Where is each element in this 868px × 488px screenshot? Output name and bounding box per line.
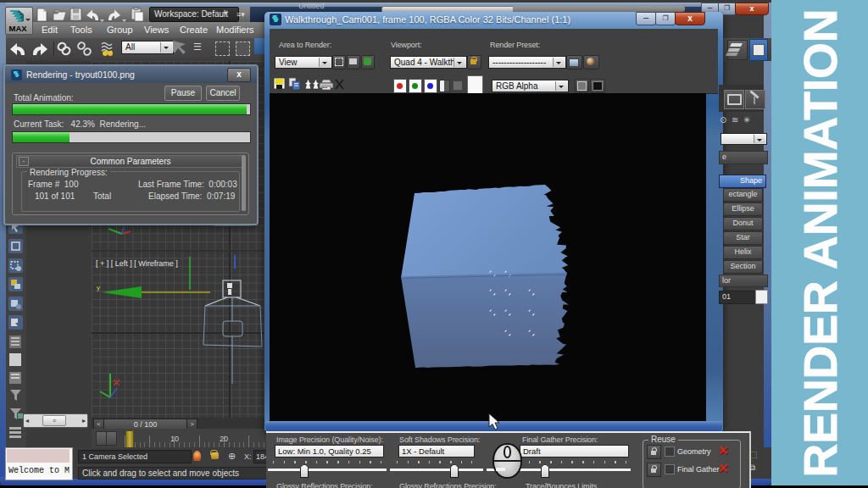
svg-text:MAX: MAX [9, 24, 28, 33]
svg-text:y: y [97, 284, 100, 291]
